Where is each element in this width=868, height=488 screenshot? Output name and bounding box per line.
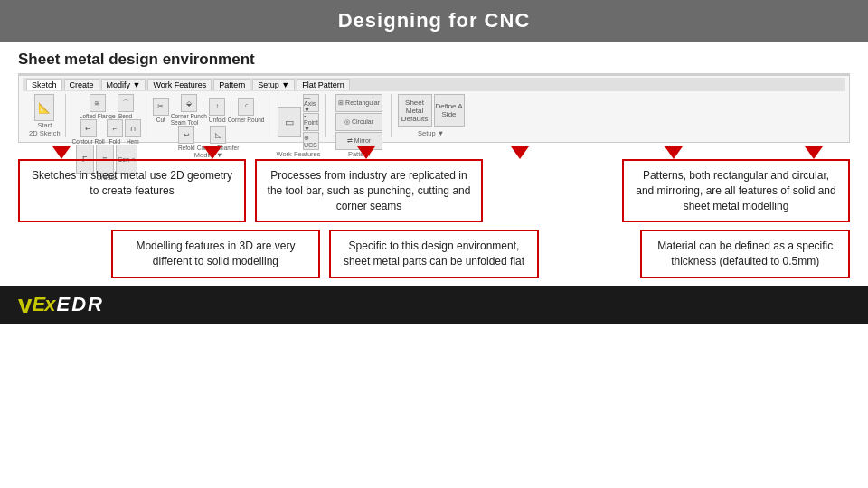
tab-setup[interactable]: Setup ▼ <box>252 79 295 90</box>
tab-pattern[interactable]: Pattern <box>213 79 250 90</box>
title-bar: Designing for CNC <box>0 0 868 42</box>
arrow-3 <box>357 146 375 159</box>
refold-icon[interactable]: ↩ <box>178 126 194 144</box>
toolbar-content: 📐 Start2D Sketch ≋ Lofted Flange ⌒ Bend … <box>23 91 845 140</box>
logo-edr: EDR <box>57 293 104 316</box>
toolbar: Sketch Create Modify ▼ Work Features Pat… <box>18 73 850 143</box>
create-icons-top: ≋ Lofted Flange ⌒ Bend <box>80 94 134 119</box>
subtitle: Sheet metal design environment <box>18 51 850 69</box>
tab-modify[interactable]: Modify ▼ <box>101 79 146 90</box>
arrow-6 <box>805 146 823 159</box>
info-box-spacer3 <box>548 230 632 278</box>
arrow-1 <box>52 146 71 159</box>
tb-group-sketch: 📐 Start2D Sketch <box>24 94 66 137</box>
tb-group-pattern: ⊞ Rectangular ◎ Circular ⇌ Mirror Patter… <box>328 94 392 137</box>
fold-icon[interactable]: ⌐ <box>107 119 123 137</box>
sheet-metal-defaults-icon[interactable]: Sheet Metal Defaults <box>398 94 432 127</box>
tab-flat-pattern[interactable]: Flat Pattern <box>297 79 350 90</box>
corner-punch-icon[interactable]: ⬙ <box>181 94 197 112</box>
info-box-patterns: Patterns, both rectangular and circular,… <box>622 159 850 222</box>
info-box-processes: Processes from industry are replicated i… <box>255 159 483 222</box>
toolbar-tabs: Sketch Create Modify ▼ Work Features Pat… <box>23 78 845 91</box>
bend-icon[interactable]: ⌒ <box>118 94 134 112</box>
info-box-spacer2 <box>18 230 102 278</box>
info-boxes-row1: Sketches in sheet metal use 2D geometry … <box>0 159 868 222</box>
rectangular-icon[interactable]: ⊞ Rectangular <box>335 94 382 112</box>
lofted-flange-icon[interactable]: ≋ <box>90 94 106 112</box>
tb-group-work-features: ▭ — Axis ▼ • Point ▼ ⊕ UCS Work Features <box>271 94 326 137</box>
info-box-spacer1 <box>492 159 613 222</box>
bottom-bar: v Ex EDR <box>0 286 868 324</box>
plane-icon[interactable]: ▭ <box>278 107 301 137</box>
corner-round-icon[interactable]: ◜ <box>238 98 254 116</box>
info-box-material: Material can be defined as a specific th… <box>640 230 850 278</box>
point-icon[interactable]: • Point ▼ <box>303 113 319 131</box>
circular-icon[interactable]: ◎ Circular <box>335 113 382 131</box>
arrow-4 <box>511 146 529 159</box>
tb-group-modify: ✂ Cut ⬙ Corner PunchSeam Tool ↕ Unfold ◜… <box>148 94 270 137</box>
page-title: Designing for CNC <box>338 9 531 32</box>
tb-group-create: ≋ Lofted Flange ⌒ Bend ↩ Contour Roll ⌐ … <box>68 94 146 137</box>
info-box-unfold: Specific to this design environment, she… <box>329 230 539 278</box>
tab-create[interactable]: Create <box>64 79 99 90</box>
tab-work-features[interactable]: Work Features <box>147 79 212 90</box>
axis-icon[interactable]: — Axis ▼ <box>303 94 319 112</box>
create-icons-bot: ↩ Contour Roll ⌐ Fold ⊓ Hem <box>72 119 141 145</box>
define-a-side-icon[interactable]: Define A Side <box>434 94 465 127</box>
arrow-5 <box>665 146 683 159</box>
tab-sketch[interactable]: Sketch <box>26 79 62 90</box>
tb-group-setup: Sheet Metal Defaults Define A Side Setup… <box>393 94 469 137</box>
hem-icon[interactable]: ⊓ <box>125 119 141 137</box>
arrows-row <box>0 146 868 159</box>
info-box-modelling: Modelling features in 3D are very differ… <box>111 230 321 278</box>
logo-ex: Ex <box>33 293 55 316</box>
info-boxes-row2: Modelling features in 3D are very differ… <box>0 230 868 278</box>
info-box-sketches: Sketches in sheet metal use 2D geometry … <box>18 159 246 222</box>
cut-icon[interactable]: ✂ <box>153 98 169 116</box>
logo-v: v <box>18 290 33 319</box>
arrow-2 <box>203 146 222 159</box>
contour-roll-icon[interactable]: ↩ <box>80 119 97 137</box>
unfold-icon[interactable]: ↕ <box>209 98 225 116</box>
corner-chamfer-icon[interactable]: ◺ <box>210 126 226 144</box>
start-2d-sketch-icon[interactable]: 📐 <box>34 94 54 121</box>
